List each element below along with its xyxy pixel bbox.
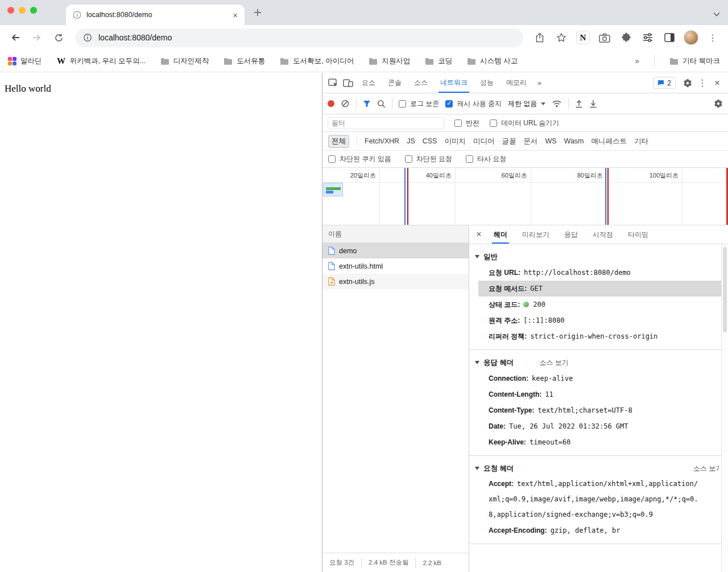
invert-filter-checkbox[interactable]: 반전 <box>454 118 479 128</box>
search-icon[interactable] <box>377 100 386 108</box>
filter-chip-img[interactable]: 이미지 <box>444 137 466 146</box>
devtools-settings-gear-icon[interactable] <box>680 76 695 90</box>
more-panels-chevron[interactable]: » <box>533 79 546 87</box>
detail-tab-preview[interactable]: 미리보기 <box>515 225 557 244</box>
blocked-requests-checkbox[interactable]: 차단된 요청 <box>405 154 452 164</box>
filter-chip-font[interactable]: 글꼴 <box>502 137 516 146</box>
site-info-icon[interactable] <box>83 33 92 42</box>
filter-input[interactable] <box>328 117 444 129</box>
filter-chip-css[interactable]: CSS <box>423 137 437 145</box>
camera-extension-icon[interactable] <box>595 28 614 47</box>
bookmark-folder[interactable]: 지원사업 <box>369 56 410 66</box>
zoom-window-button[interactable] <box>30 7 37 14</box>
device-toolbar-icon[interactable] <box>341 76 355 90</box>
blocked-cookies-checkbox[interactable]: 차단된 쿠키 있음 <box>328 154 391 164</box>
checkbox-unchecked-icon[interactable] <box>405 155 412 163</box>
equalizer-extension-icon[interactable] <box>638 28 657 47</box>
filter-funnel-icon[interactable] <box>363 100 371 108</box>
devtools-close-icon[interactable]: × <box>710 76 725 90</box>
export-har-icon[interactable] <box>589 100 597 108</box>
bookmark-item[interactable]: W 위키백과, 우리 모두의... <box>57 56 146 66</box>
response-headers-header[interactable]: 응답 헤더 소스 보기 <box>469 355 721 371</box>
filter-chip-js[interactable]: JS <box>407 137 415 145</box>
request-row[interactable]: extn-utils.html <box>322 258 469 274</box>
tab-console[interactable]: 콘솔 <box>382 73 408 93</box>
checkbox-unchecked-icon[interactable] <box>454 120 462 127</box>
notion-extension-icon[interactable]: N <box>573 28 593 47</box>
filter-chip-other[interactable]: 기타 <box>634 137 648 146</box>
minimize-window-button[interactable] <box>19 7 26 14</box>
extensions-puzzle-icon[interactable] <box>617 28 636 47</box>
filter-chip-doc[interactable]: 문서 <box>523 137 537 146</box>
network-conditions-icon[interactable] <box>552 100 562 108</box>
request-list-name-header[interactable]: 이름 <box>322 225 469 243</box>
tab-memory[interactable]: 메모리 <box>500 73 533 93</box>
checkbox-unchecked-icon[interactable] <box>399 100 406 108</box>
detail-scrollbar[interactable] <box>721 244 728 572</box>
back-button[interactable] <box>6 28 25 47</box>
other-bookmarks-folder[interactable]: 기타 북마크 <box>669 56 720 66</box>
overview-selection[interactable] <box>323 183 343 196</box>
bookmark-item[interactable]: 알라딘 <box>8 56 42 66</box>
checkbox-unchecked-icon[interactable] <box>490 120 497 127</box>
checkbox-unchecked-icon[interactable] <box>466 155 473 163</box>
bookmarks-overflow-chevron[interactable]: » <box>635 56 639 65</box>
tab-search-chevron-icon[interactable] <box>713 10 720 18</box>
bookmark-folder[interactable]: 도서유통 <box>224 56 265 66</box>
clear-network-log-icon[interactable] <box>341 99 350 108</box>
address-bar-url[interactable]: localhost:8080/demo <box>98 33 172 42</box>
tab-performance[interactable]: 성능 <box>474 73 500 93</box>
tab-close-icon[interactable]: × <box>233 11 238 19</box>
record-network-log-button[interactable] <box>328 100 334 107</box>
hide-data-urls-checkbox[interactable]: 데이터 URL 숨기기 <box>490 118 559 128</box>
checkbox-unchecked-icon[interactable] <box>328 155 336 163</box>
filter-chip-wasm[interactable]: Wasm <box>564 137 584 145</box>
address-bar[interactable]: localhost:8080/demo <box>75 28 523 47</box>
new-tab-button[interactable] <box>254 9 262 18</box>
bookmark-star-icon[interactable] <box>552 28 571 47</box>
console-messages-badge[interactable]: 2 <box>653 77 676 89</box>
throttling-dropdown[interactable]: 제한 없음 <box>508 99 545 109</box>
bookmark-folder[interactable]: 디자인제작 <box>160 56 209 66</box>
bookmark-folder[interactable]: 도서확보, 아이디어 <box>280 56 354 66</box>
general-section-header[interactable]: 일반 <box>469 249 721 265</box>
browser-tab[interactable]: localhost:8080/demo × <box>66 5 245 25</box>
network-settings-gear-icon[interactable] <box>714 99 723 108</box>
preserve-log-checkbox[interactable]: 로그 보존 <box>399 99 439 109</box>
bookmark-folder[interactable]: 코딩 <box>425 56 452 66</box>
tab-sources[interactable]: 소스 <box>408 73 434 93</box>
close-window-button[interactable] <box>7 7 14 14</box>
filter-chip-fetch-xhr[interactable]: Fetch/XHR <box>365 137 399 145</box>
devtools-menu-kebab-icon[interactable]: ⋮ <box>695 76 710 90</box>
reload-button[interactable] <box>49 28 68 47</box>
side-panel-icon[interactable] <box>660 28 679 47</box>
detail-tab-timing[interactable]: 타이밍 <box>621 225 656 244</box>
detail-tab-initiator[interactable]: 시작점 <box>585 225 621 244</box>
filter-chip-media[interactable]: 미디어 <box>473 137 495 146</box>
tab-network[interactable]: 네트워크 <box>434 73 474 93</box>
disable-cache-checkbox[interactable]: 캐시 사용 중지 <box>445 99 502 109</box>
share-icon[interactable] <box>530 28 549 47</box>
request-headers-header[interactable]: 요청 헤더 소스 보기 <box>469 460 721 476</box>
detail-tab-response[interactable]: 응답 <box>557 225 585 244</box>
profile-avatar[interactable] <box>681 28 701 47</box>
browser-menu-kebab-icon[interactable]: ⋮ <box>703 28 722 47</box>
forward-button[interactable] <box>27 28 47 47</box>
network-overview-waterfall[interactable]: 20밀리초 40밀리초 60밀리초 80밀리초 100밀리초 <box>322 168 728 225</box>
filter-chip-manifest[interactable]: 매니페스트 <box>592 137 627 146</box>
close-detail-icon[interactable]: × <box>471 225 486 244</box>
tab-elements[interactable]: 요소 <box>355 73 382 93</box>
filter-chip-ws[interactable]: WS <box>545 137 556 145</box>
checkbox-checked-icon[interactable] <box>445 100 453 108</box>
view-source-link[interactable]: 소스 보기 <box>693 464 719 474</box>
third-party-requests-checkbox[interactable]: 타사 요청 <box>466 154 506 164</box>
inspect-element-icon[interactable] <box>326 76 341 90</box>
detail-tab-headers[interactable]: 헤더 <box>486 225 515 244</box>
scrollbar-thumb[interactable] <box>723 247 727 332</box>
bookmark-folder[interactable]: 시스템 사고 <box>467 56 518 66</box>
view-source-link[interactable]: 소스 보기 <box>539 358 568 368</box>
request-row[interactable]: extn-utils.js <box>322 274 469 289</box>
filter-chip-all[interactable]: 전체 <box>328 135 349 148</box>
request-row[interactable]: demo <box>322 243 469 258</box>
import-har-icon[interactable] <box>575 100 583 108</box>
